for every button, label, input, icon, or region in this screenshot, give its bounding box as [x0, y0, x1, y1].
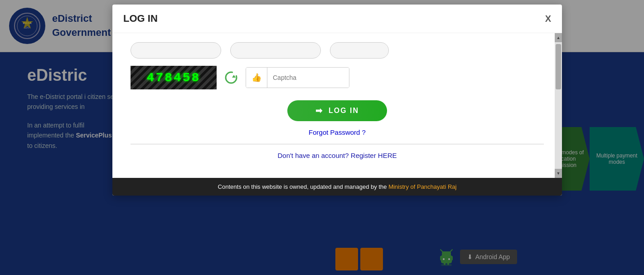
login-modal: LOG IN X 478458 [112, 5, 562, 196]
captcha-row: 478458 👍 [131, 66, 544, 89]
captcha-refresh-button[interactable] [224, 70, 238, 85]
login-icon: ➡ [315, 106, 323, 116]
register-link[interactable]: Don't have an account? Register HERE [277, 152, 397, 159]
footer-text: Contents on this website is owned, updat… [218, 183, 389, 190]
modal-overlay: LOG IN X 478458 [0, 0, 644, 275]
scroll-up-arrow[interactable]: ▲ [555, 33, 562, 42]
partial-form-fields [131, 42, 544, 59]
captcha-like-button[interactable]: 👍 [246, 68, 267, 88]
modal-header: LOG IN X [112, 5, 562, 33]
partial-input-2[interactable] [230, 42, 321, 59]
captcha-image: 478458 [131, 66, 217, 89]
modal-close-button[interactable]: X [545, 14, 551, 23]
svg-marker-17 [232, 75, 236, 78]
modal-title: LOG IN [123, 13, 158, 25]
forgot-password-wrapper: Forgot Password ? [131, 128, 544, 137]
scroll-down-arrow[interactable]: ▼ [555, 169, 562, 178]
footer-ministry-link[interactable]: Ministry of Panchayati Raj [388, 183, 456, 190]
divider [131, 144, 544, 144]
login-button-wrapper: ➡ LOG IN [131, 100, 544, 121]
captcha-input-field[interactable] [267, 68, 349, 88]
modal-body: 478458 👍 ➡ LOG IN [112, 33, 562, 178]
modal-footer: Contents on this website is owned, updat… [112, 178, 562, 196]
login-button[interactable]: ➡ LOG IN [287, 100, 387, 121]
partial-input-3[interactable] [330, 42, 389, 59]
scrollbar[interactable]: ▲ ▼ [555, 33, 562, 178]
captcha-code: 478458 [147, 71, 201, 85]
scroll-thumb[interactable] [556, 44, 561, 89]
register-wrapper: Don't have an account? Register HERE [131, 152, 544, 160]
forgot-password-link[interactable]: Forgot Password ? [309, 128, 366, 136]
login-button-label: LOG IN [329, 107, 359, 115]
partial-input-1[interactable] [131, 42, 221, 59]
captcha-input-group: 👍 [246, 67, 349, 88]
